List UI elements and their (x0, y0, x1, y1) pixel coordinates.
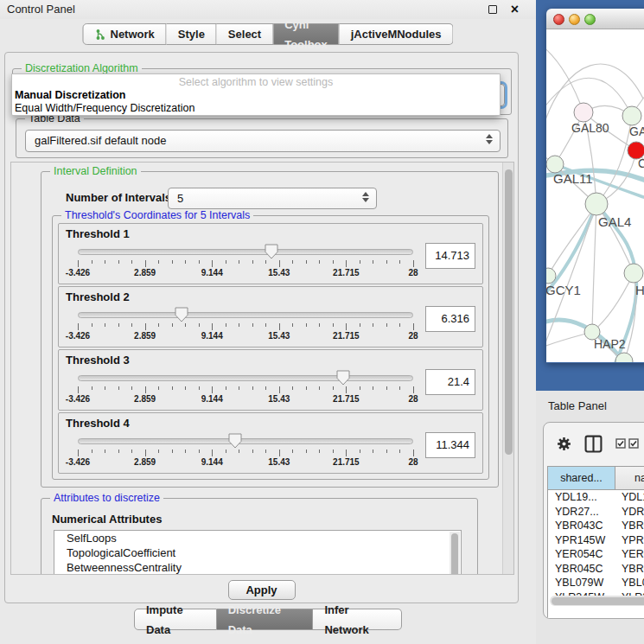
table-row[interactable]: YPR145WYPR1 (548, 533, 644, 548)
control-panel-window: Control Panel × Network Style Select Cyn… (0, 0, 536, 644)
list-item[interactable]: TopologicalCoefficient (54, 545, 461, 560)
slider-tick-labels: -3.4262.8599.14415.4321.71528 (78, 394, 413, 405)
tab-select[interactable]: Select (217, 23, 273, 45)
split-view-icon[interactable] (584, 435, 603, 453)
tab-label: Select (228, 24, 261, 44)
node-label: GAL4 (598, 214, 631, 229)
thresholds-group: Threshold's Coordinates for 5 Intervals … (52, 215, 489, 480)
attributes-group: Attributes to discretize Numerical Attri… (41, 498, 478, 575)
table-row[interactable]: YDL19...YDL1 (548, 490, 644, 505)
list-item[interactable]: SelfLoops (54, 531, 461, 545)
thresholds-group-title: Threshold's Coordinates for 5 Intervals (61, 209, 253, 221)
table-row[interactable]: YBR045CYBR0 (548, 562, 644, 577)
control-panel-titlebar: Control Panel × (0, 0, 536, 19)
table-data-combobox[interactable]: galFiltered.sif default node (25, 130, 501, 152)
tab-impute-data[interactable]: Impute Data (134, 609, 217, 630)
tab-jactivemnodules[interactable]: jActiveMNodules (340, 23, 454, 45)
slider-ticks (78, 386, 413, 393)
interval-definition-title: Interval Definition (50, 165, 141, 177)
threshold-value-field[interactable]: 21.4 (425, 369, 475, 395)
number-of-intervals-combobox[interactable]: 5 (168, 188, 377, 209)
control-panel-tabs: Network Style Select Cyni Toolbox jActiv… (82, 23, 453, 45)
threshold-value-field[interactable]: 11.344 (425, 432, 475, 458)
list-scrollbar[interactable] (450, 532, 460, 575)
threshold-slider[interactable]: -3.4262.8599.14415.4321.71528 (78, 367, 413, 395)
slider-tick-labels: -3.4262.8599.14415.4321.71528 (78, 268, 413, 278)
slider-tick-labels: -3.4262.8599.14415.4321.71528 (78, 331, 413, 341)
node-ga[interactable] (622, 106, 641, 125)
tab-label: Style (178, 24, 205, 44)
numerical-attributes-label: Numerical Attributes (52, 513, 162, 526)
slider-track[interactable] (78, 438, 413, 444)
table-header-row: shared... na (548, 467, 644, 490)
table-row[interactable]: YER054CYER0 (548, 547, 644, 562)
tab-network[interactable]: Network (82, 23, 166, 45)
slider-thumb-icon[interactable] (265, 244, 278, 259)
node-gal80[interactable] (574, 103, 593, 122)
mac-minimize-button-icon[interactable] (569, 14, 580, 25)
table-toolbar (544, 423, 644, 464)
threshold-label: Threshold 1 (66, 227, 475, 240)
slider-track[interactable] (78, 312, 413, 318)
settings-scroll-area: Interval Definition Number of Intervals … (10, 162, 514, 575)
checkbox-checked-icon[interactable] (628, 438, 639, 449)
mac-zoom-button-icon[interactable] (584, 14, 596, 25)
close-icon[interactable]: × (511, 1, 519, 18)
threshold-value-field[interactable]: 6.316 (425, 306, 475, 332)
slider-thumb-icon[interactable] (336, 370, 350, 386)
node-label: H (635, 283, 644, 297)
node-h[interactable] (624, 264, 643, 283)
checkbox-checked-icon[interactable] (615, 438, 626, 449)
column-header-name[interactable]: na (615, 467, 644, 489)
table-row[interactable]: YBL079WYBL0 (548, 576, 644, 590)
network-canvas[interactable]: GAL80 GA C GAL11 GAL4 GCY1 H HAP2 (546, 29, 644, 362)
table-horizontal-scrollbar[interactable] (550, 596, 644, 606)
network-view-window[interactable]: GAL80 GA C GAL11 GAL4 GCY1 H HAP2 (546, 9, 644, 363)
dropdown-option-equal-width[interactable]: Equal Width/Frequency Discretization (12, 102, 500, 115)
interval-definition-group: Interval Definition Number of Intervals … (41, 171, 499, 488)
table-row[interactable]: YDR27...YDR2 (548, 505, 644, 520)
slider-thumb-icon[interactable] (175, 307, 188, 322)
threshold-slider[interactable]: -3.4262.8599.14415.4321.71528 (78, 304, 413, 332)
threshold-slider[interactable]: -3.4262.8599.14415.4321.71528 (78, 430, 413, 458)
table-panel-titlebar: Table Panel (536, 391, 644, 422)
slider-thumb-icon[interactable] (228, 433, 242, 449)
dropdown-option-manual[interactable]: Manual Discretization (12, 89, 500, 102)
threshold-value-field[interactable]: 14.713 (425, 243, 475, 269)
network-window-titlebar (546, 9, 644, 29)
float-window-icon[interactable] (488, 5, 497, 14)
network-graph: GAL80 GA C GAL11 GAL4 GCY1 H HAP2 (546, 29, 644, 362)
node-gal4[interactable] (585, 193, 608, 215)
window-title: Control Panel (7, 3, 75, 16)
table-data-group: Table Data galFiltered.sif default node (16, 118, 508, 158)
list-item[interactable]: BetweennessCentrality (54, 560, 461, 575)
mac-close-button-icon[interactable] (553, 14, 564, 25)
tab-infer-network[interactable]: Infer Network (313, 609, 402, 630)
tab-discretize-data[interactable]: Discretize Data (217, 609, 314, 630)
tab-style[interactable]: Style (167, 23, 217, 45)
dropdown-placeholder-option[interactable]: Select algorithm to view settings (12, 76, 500, 89)
threshold-4-panel: Threshold 4 -3.4262.8599.14415.4321.7152… (58, 412, 483, 474)
column-checkboxes (615, 438, 639, 449)
tab-label: Discretize Data (228, 600, 302, 640)
tab-label: Infer Network (324, 600, 390, 640)
node-gal11[interactable] (546, 156, 564, 173)
table-row[interactable]: YBR043CYBR0 (548, 519, 644, 533)
slider-ticks (78, 323, 413, 330)
threshold-1-panel: Threshold 1 -3.4262.8599.14415.4321.7152… (58, 223, 483, 284)
algorithm-dropdown-popup: Select algorithm to view settings Manual… (11, 73, 501, 116)
gear-icon[interactable] (557, 437, 571, 451)
slider-ticks (78, 450, 413, 456)
table-data-selected-value: galFiltered.sif default node (35, 134, 166, 147)
table-rows: YDL19...YDL1YDR27...YDR2YBR043CYBR0YPR14… (548, 490, 644, 605)
apply-button[interactable]: Apply (228, 580, 296, 600)
node-label: GA (629, 124, 644, 138)
slider-track[interactable] (78, 375, 413, 381)
settings-scrollbar[interactable] (502, 163, 513, 574)
tab-cyni-toolbox[interactable]: Cyni Toolbox (273, 23, 340, 45)
slider-track[interactable] (78, 249, 413, 255)
tab-label: Cyni Toolbox (284, 15, 328, 54)
column-header-shared-name[interactable]: shared... (548, 467, 615, 489)
table-panel: shared... na YDL19...YDL1YDR27...YDR2YBR… (543, 422, 644, 619)
threshold-slider[interactable]: -3.4262.8599.14415.4321.71528 (78, 241, 413, 269)
